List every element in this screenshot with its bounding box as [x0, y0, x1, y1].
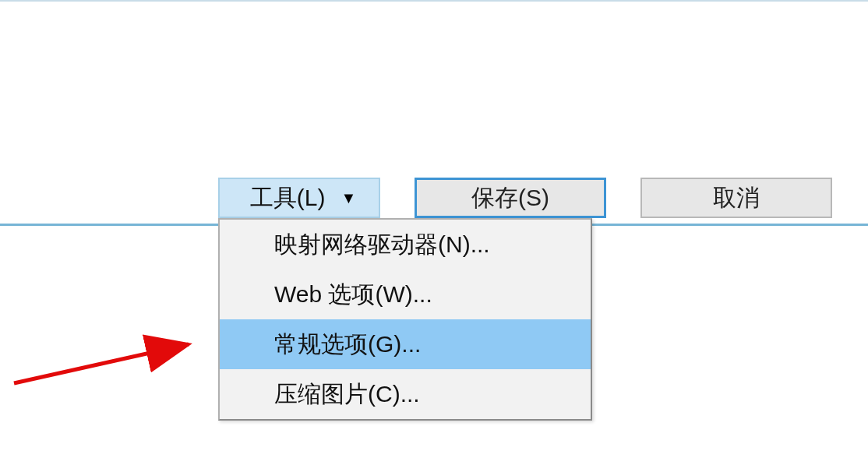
cancel-button[interactable]: 取消 — [640, 178, 832, 218]
menu-item-label: 压缩图片(C)... — [274, 379, 420, 410]
save-button-label: 保存(S) — [471, 182, 549, 214]
tools-dropdown-button[interactable]: 工具(L) ▼ — [218, 178, 380, 218]
button-row: 工具(L) ▼ 保存(S) 取消 — [218, 178, 832, 218]
tools-button-label: 工具(L) — [250, 182, 326, 214]
menu-item-label: Web 选项(W)... — [274, 279, 432, 311]
menu-item-general-options[interactable]: 常规选项(G)... — [220, 319, 591, 369]
chevron-down-icon: ▼ — [340, 189, 356, 207]
menu-item-compress-pictures[interactable]: 压缩图片(C)... — [220, 369, 591, 419]
menu-item-label: 常规选项(G)... — [274, 329, 421, 361]
svg-line-1 — [14, 344, 189, 383]
cancel-button-label: 取消 — [713, 182, 760, 214]
tools-dropdown-menu: 映射网络驱动器(N)... Web 选项(W)... 常规选项(G)... 压缩… — [218, 218, 592, 421]
menu-item-web-options[interactable]: Web 选项(W)... — [220, 269, 591, 319]
menu-item-map-network-drive[interactable]: 映射网络驱动器(N)... — [220, 220, 591, 269]
annotation-arrow-icon — [0, 304, 218, 389]
menu-item-label: 映射网络驱动器(N)... — [274, 229, 490, 261]
save-button[interactable]: 保存(S) — [415, 178, 606, 218]
